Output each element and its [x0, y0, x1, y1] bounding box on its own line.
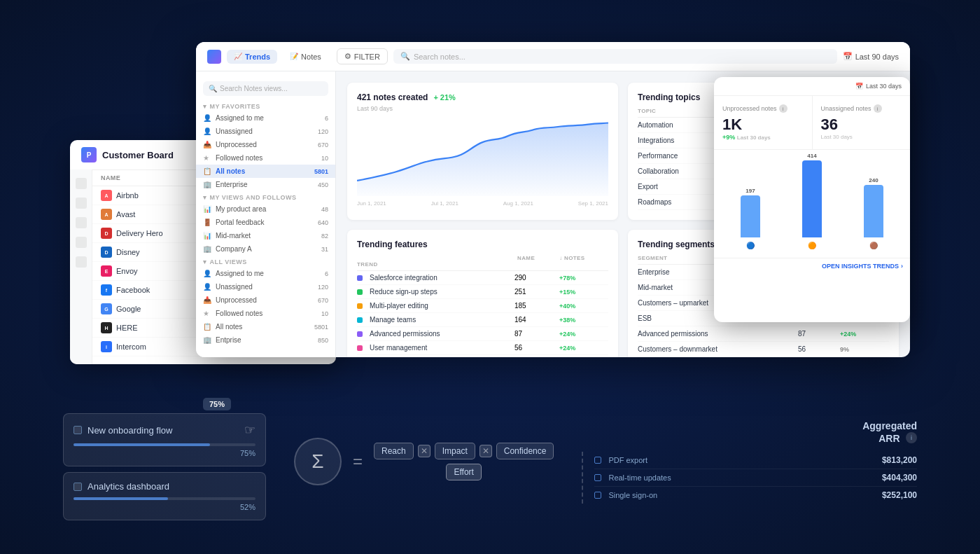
arr-list: PDF export $813,200 Real-time updates $4… [582, 452, 917, 504]
cb-nav-icon-1[interactable] [76, 178, 87, 189]
cb-sidebar [70, 169, 92, 364]
arr-section: AggregatedARR i PDF export $813,200 Real… [582, 420, 917, 504]
portal-icon: 🚪 [203, 219, 211, 226]
rp-footer: OPEN INSIGHTS TRENDS › [714, 258, 910, 274]
sidebar-item-company-a[interactable]: 🏢 Company A 31 [196, 242, 335, 256]
market-icon: 📊 [203, 232, 211, 240]
arr-feature-2: Real-time updates [608, 473, 875, 482]
tag-reach[interactable]: Reach [374, 443, 414, 459]
checkbox-1[interactable] [74, 426, 82, 434]
sidebar-item-assigned[interactable]: 👤 Assigned to me 6 [196, 111, 335, 125]
all-notes-icon: 📋 [203, 323, 211, 331]
notes-list-icon: 📋 [203, 167, 211, 175]
feature-row[interactable]: Salesforce integration290+78% [357, 271, 608, 285]
progress-card-2[interactable]: Analytics dashboard 52% [63, 472, 266, 520]
sigma-symbol: Σ [294, 438, 342, 485]
sidebar-item-all-unprocessed[interactable]: 📥 Unprocessed 670 [196, 293, 335, 307]
search-placeholder: Search notes... [414, 53, 465, 61]
sidebar-item-followed[interactable]: ★ Followed notes 10 [196, 151, 335, 165]
sidebar-item-all-assigned[interactable]: 👤 Assigned to me 6 [196, 267, 335, 280]
all-user-icon: 👤 [203, 270, 211, 277]
progress-tooltip: 75% [203, 398, 231, 410]
progress-card-1[interactable]: New onboarding flow ☞ 75% [63, 413, 266, 466]
analytics-sidebar: 🔍 Search Notes views... ▾ MY FAVORITES 👤… [196, 71, 336, 357]
multiply-1: ✕ [418, 445, 430, 457]
filter-button[interactable]: ⚙ FILTER [337, 48, 388, 64]
segment-row[interactable]: Customers – downmarket569% [638, 342, 889, 357]
notes-created-card: 421 notes created + 21% Last 90 days [347, 83, 618, 220]
bar-3 [864, 185, 883, 237]
feature-row[interactable]: Multi-player editing185+40% [357, 299, 608, 313]
unassigned-value: 36 [821, 116, 902, 134]
sidebar-item-all-notes[interactable]: 📋 All notes 5801 [196, 320, 335, 333]
sidebar-item-midmarket[interactable]: 📊 Mid-market 82 [196, 229, 335, 242]
sidebar-item-portal[interactable]: 🚪 Portal feedback 640 [196, 216, 335, 229]
tab-trends-label: Trends [245, 53, 270, 61]
tag-impact[interactable]: Impact [435, 443, 475, 459]
tab-notes[interactable]: 📝 Notes [283, 50, 328, 64]
chevron-down-icon-2: ▾ [203, 194, 207, 201]
cb-nav-icon-4[interactable] [76, 237, 87, 248]
right-stats-panel: 📅 Last 30 days Unprocessed notes i 1K +9… [714, 77, 910, 322]
feature-row[interactable]: Reduce sign-up steps251+15% [357, 285, 608, 299]
sidebar-section-views: ▾ MY VIEWS AND FOLLOWS [196, 191, 335, 202]
feature-row[interactable]: User management56+24% [357, 341, 608, 355]
bar-icon-3: 🟤 [869, 242, 878, 249]
arr-feature-3: Single sign-on [608, 491, 875, 499]
screenshots-area: P Customer Board BY COMPANY NAME # OF NO… [70, 42, 910, 385]
sidebar-item-enterprise[interactable]: 🏢 Enterprise 450 [196, 178, 335, 191]
date-range-label: Last 90 days [855, 53, 899, 61]
tag-effort[interactable]: Effort [446, 464, 481, 480]
notes-icon: 📝 [290, 53, 298, 60]
cb-nav-icon-2[interactable] [76, 198, 87, 209]
notes-count: 421 notes created [357, 92, 428, 102]
building-icon: 🏢 [203, 181, 211, 188]
progress-item-header-1: New onboarding flow ☞ [74, 422, 255, 438]
filter-label: FILTER [354, 53, 380, 61]
sidebar-search[interactable]: 🔍 Search Notes views... [203, 81, 328, 96]
rp-bar-chart: 197 🔵 414 🟠 240 🟤 [714, 150, 910, 258]
sidebar-item-all-unassigned[interactable]: 👤 Unassigned 120 [196, 280, 335, 293]
tab-notes-label: Notes [301, 53, 321, 61]
segment-row[interactable]: Advanced permissions87+24% [638, 326, 889, 342]
company-icon: 🏢 [203, 245, 211, 253]
progress-bar-2 [74, 497, 255, 500]
sidebar-item-allnotes[interactable]: 📋 All notes 5801 [196, 165, 335, 178]
search-input[interactable]: 🔍 Search notes... [393, 49, 837, 64]
unprocessed-change: +9% Last 30 days [722, 134, 804, 141]
progress-fill-1 [74, 443, 210, 446]
notes-period: Last 90 days [357, 105, 608, 112]
sidebar-item-unassigned[interactable]: 👤 Unassigned 120 [196, 125, 335, 138]
cb-nav-icon-3[interactable] [76, 217, 87, 228]
date-range[interactable]: 📅 Last 90 days [843, 52, 899, 61]
app-logo [207, 50, 221, 64]
sidebar-item-entprise[interactable]: 🏢 Entprise 850 [196, 333, 335, 347]
cb-nav-icon-5[interactable] [76, 256, 87, 268]
tag-confidence[interactable]: Confidence [496, 443, 554, 459]
notes-stat: 421 notes created + 21% [357, 92, 608, 105]
open-insights-button[interactable]: OPEN INSIGHTS TRENDS › [822, 263, 903, 270]
tab-trends[interactable]: 📈 Trends [227, 50, 277, 64]
feature-row[interactable]: Manage teams164+38% [357, 313, 608, 327]
calendar-icon-2: 📅 [855, 83, 863, 90]
arrow-icon: › [901, 263, 903, 270]
chevron-down-icon: ▾ [203, 103, 207, 110]
bar-icon-1: 🔵 [746, 242, 755, 249]
progress-item-header-2: Analytics dashboard [74, 481, 255, 492]
unassigned-period: Last 30 days [821, 134, 902, 140]
checkbox-2[interactable] [74, 483, 82, 491]
bottom-area: 75% New onboarding flow ☞ 75% Analytics … [63, 397, 917, 526]
sidebar-item-all-followed[interactable]: ★ Followed notes 10 [196, 307, 335, 320]
inbox-icon: 📥 [203, 141, 211, 148]
sidebar-item-unprocessed[interactable]: 📥 Unprocessed 670 [196, 138, 335, 151]
arr-checkbox-3[interactable] [594, 492, 601, 499]
sidebar-item-product-area[interactable]: 📊 My product area 48 [196, 202, 335, 216]
arr-checkbox-1[interactable] [594, 457, 601, 464]
unprocessed-notes-stat: Unprocessed notes i 1K +9% Last 30 days [714, 96, 813, 149]
notes-chart: Jun 1, 2021Jul 1, 2021Aug 1, 2021Sep 1, … [357, 119, 608, 196]
all-user-icon-2: 👤 [203, 283, 211, 291]
feature-row[interactable]: Advanced permissions87+24% [357, 327, 608, 341]
chevron-down-icon-3: ▾ [203, 258, 207, 265]
star-icon: ★ [203, 154, 211, 162]
arr-checkbox-2[interactable] [594, 474, 601, 481]
